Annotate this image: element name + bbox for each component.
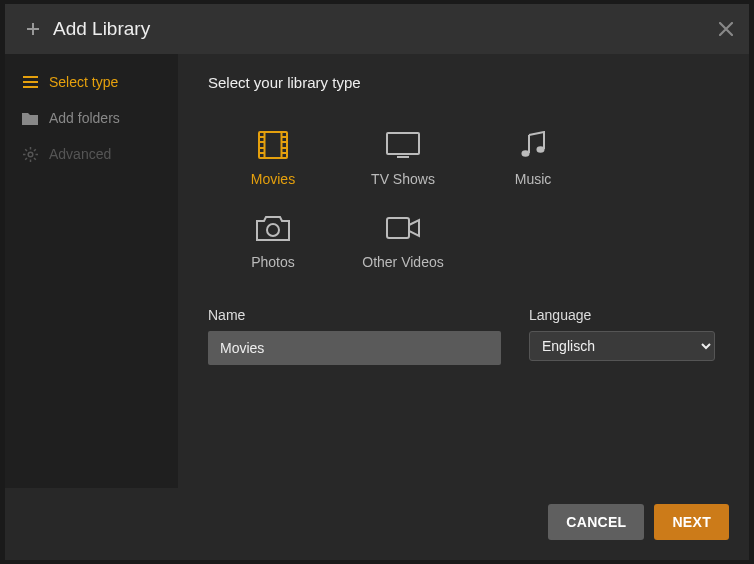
svg-point-4 [522,150,530,156]
list-icon [21,76,39,88]
svg-point-0 [28,152,33,157]
svg-point-6 [267,224,279,236]
wizard-sidebar: Select type Add folders Advanced [5,54,178,488]
gear-icon [21,147,39,162]
sidebar-item-label: Advanced [49,146,111,162]
svg-rect-3 [387,133,419,154]
sidebar-item-advanced[interactable]: Advanced [5,136,178,172]
library-type-grid: Movies TV Shows Music [208,115,719,281]
language-select[interactable]: Englisch [529,331,715,361]
svg-rect-1 [259,132,287,158]
type-option-movies[interactable]: Movies [208,115,338,198]
type-label: Photos [251,254,295,270]
folder-icon [21,112,39,125]
tv-icon [386,127,420,163]
modal-body: Select type Add folders Advanced Select … [5,54,749,488]
video-camera-icon [386,210,420,246]
close-button[interactable] [719,22,733,36]
add-library-modal: Add Library Select type Add folders [5,4,749,560]
type-label: Other Videos [362,254,443,270]
name-group: Name [208,307,501,365]
type-option-photos[interactable]: Photos [208,198,338,281]
music-icon [520,127,546,163]
next-button[interactable]: NEXT [654,504,729,540]
name-input[interactable] [208,331,501,365]
camera-icon [256,210,290,246]
plus-icon [25,21,41,37]
svg-rect-7 [387,218,409,238]
name-label: Name [208,307,501,323]
sidebar-item-add-folders[interactable]: Add folders [5,100,178,136]
cancel-button[interactable]: CANCEL [548,504,644,540]
sidebar-item-select-type[interactable]: Select type [5,64,178,100]
language-group: Language Englisch [529,307,715,365]
sidebar-item-label: Add folders [49,110,120,126]
modal-footer: CANCEL NEXT [5,488,749,560]
type-label: TV Shows [371,171,435,187]
type-option-other-videos[interactable]: Other Videos [338,198,468,281]
type-label: Movies [251,171,295,187]
type-option-music[interactable]: Music [468,115,598,198]
type-option-tv-shows[interactable]: TV Shows [338,115,468,198]
wizard-content: Select your library type Movies TV Shows [178,54,749,488]
svg-rect-2 [265,132,282,158]
modal-header: Add Library [5,4,749,54]
svg-point-5 [537,146,545,152]
language-label: Language [529,307,715,323]
sidebar-item-label: Select type [49,74,118,90]
content-heading: Select your library type [208,74,719,91]
modal-title: Add Library [53,18,150,40]
film-icon [258,127,288,163]
type-label: Music [515,171,552,187]
form-row: Name Language Englisch [208,307,719,365]
